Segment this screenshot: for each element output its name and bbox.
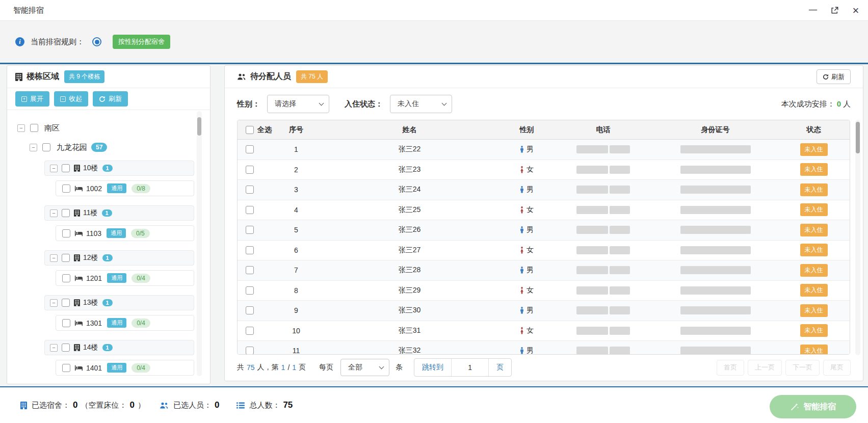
tree-floor[interactable]: − 12楼 1 <box>44 250 194 266</box>
table-row[interactable]: 5 张三26 男 未入住 <box>238 220 850 241</box>
table-row[interactable]: 6 张三27 女 未入住 <box>238 241 850 261</box>
table-scrollbar[interactable] <box>856 122 860 153</box>
gender-icon <box>520 146 524 153</box>
table-row[interactable]: 11 张三32 男 未入住 <box>238 341 850 355</box>
phone-redacted <box>610 266 630 274</box>
floor-checkbox[interactable] <box>62 254 70 262</box>
row-index: 3 <box>273 186 319 194</box>
phone-redacted <box>576 166 608 174</box>
table-row[interactable]: 3 张三24 男 未入住 <box>238 180 850 200</box>
status-filter-select[interactable]: 未入住 <box>390 95 452 113</box>
tree-floor-group: − 11楼 1 1103 通用 0/5 <box>44 205 210 241</box>
tree-floor[interactable]: − 11楼 1 <box>44 205 194 221</box>
gender-filter-select[interactable]: 请选择 <box>267 95 329 113</box>
room-checkbox[interactable] <box>62 184 70 193</box>
close-icon[interactable]: × <box>851 6 861 16</box>
next-page-button[interactable]: 下一页 <box>785 360 820 376</box>
row-gender-label: 男 <box>527 346 534 355</box>
floor-checkbox[interactable] <box>62 209 70 217</box>
room-checkbox[interactable] <box>62 364 70 372</box>
selected-dorm-count: 0 <box>70 400 81 410</box>
first-page-button[interactable]: 首页 <box>717 360 744 376</box>
floor-checkbox[interactable] <box>62 299 70 307</box>
row-checkbox[interactable] <box>246 266 254 274</box>
tree-community[interactable]: − 九龙花园 57 <box>30 142 210 153</box>
table-row[interactable]: 10 张三31 女 未入住 <box>238 321 850 341</box>
row-checkbox[interactable] <box>246 226 254 234</box>
select-all-checkbox[interactable] <box>246 126 254 134</box>
table-row[interactable]: 4 张三25 女 未入住 <box>238 200 850 221</box>
row-checkbox[interactable] <box>246 286 254 295</box>
collapse-toggle-icon[interactable]: − <box>50 165 58 172</box>
collapse-toggle-icon[interactable]: − <box>50 209 58 217</box>
smart-assign-button[interactable]: 智能排宿 <box>770 395 856 418</box>
phone-redacted <box>576 306 608 314</box>
row-checkbox[interactable] <box>246 145 254 153</box>
jump-page-input[interactable] <box>452 359 488 376</box>
collapse-toggle-icon[interactable]: − <box>17 124 25 132</box>
row-checkbox[interactable] <box>246 246 254 254</box>
tree-room[interactable]: 1201 通用 0/4 <box>56 270 194 286</box>
tree-floor[interactable]: − 13楼 1 <box>44 295 194 310</box>
collapse-toggle-icon[interactable]: − <box>30 144 37 151</box>
collapse-toggle-icon[interactable]: − <box>50 299 58 307</box>
table-row[interactable]: 9 张三30 男 未入住 <box>238 301 850 321</box>
status-badge: 未入住 <box>800 244 828 256</box>
table-row[interactable]: 1 张三22 男 未入住 <box>238 140 850 160</box>
floor-checkbox[interactable] <box>62 164 70 172</box>
room-checkbox[interactable] <box>62 229 70 237</box>
row-gender-label: 女 <box>527 246 534 255</box>
region-checkbox[interactable] <box>30 124 38 132</box>
last-page-button[interactable]: 尾页 <box>823 360 851 376</box>
table-row[interactable]: 8 张三29 女 未入住 <box>238 281 850 301</box>
floor-label: 11楼 <box>83 208 98 218</box>
jump-unit-button[interactable]: 页 <box>488 359 511 376</box>
row-checkbox[interactable] <box>246 306 254 314</box>
phone-redacted <box>576 327 608 335</box>
row-name: 张三24 <box>319 185 500 194</box>
total-count: 75 <box>244 363 257 372</box>
collapse-toggle-icon[interactable]: − <box>50 254 58 262</box>
tree-room[interactable]: 1401 通用 0/4 <box>56 360 194 376</box>
row-checkbox[interactable] <box>246 347 254 355</box>
total-pages: 1 <box>290 363 299 372</box>
table-row[interactable]: 7 张三28 男 未入住 <box>238 260 850 281</box>
status-badge: 未入住 <box>800 183 828 196</box>
collapse-all-button[interactable]: − 收起 <box>54 91 88 107</box>
tree-floor-group: − 14楼 1 1401 通用 0/4 <box>44 340 210 376</box>
row-checkbox[interactable] <box>246 166 254 174</box>
personnel-refresh-button[interactable]: 刷新 <box>817 69 851 84</box>
minus-icon: − <box>60 96 66 102</box>
row-idcard <box>653 166 778 174</box>
tree-floor[interactable]: − 10楼 1 <box>44 161 194 176</box>
maximize-icon[interactable] <box>829 6 839 16</box>
room-checkbox[interactable] <box>62 319 70 327</box>
tree-room[interactable]: 1002 通用 0/8 <box>56 180 194 196</box>
row-checkbox[interactable] <box>246 327 254 335</box>
tree-scrollbar[interactable] <box>197 117 201 136</box>
row-index: 7 <box>273 266 319 274</box>
status-filter-label: 入住状态： <box>345 99 383 109</box>
tree-region[interactable]: − 南区 <box>17 122 210 134</box>
tree-room[interactable]: 1301 通用 0/4 <box>56 315 194 331</box>
row-checkbox[interactable] <box>246 186 254 194</box>
rule-radio[interactable] <box>92 37 101 46</box>
collapse-toggle-icon[interactable]: − <box>50 344 58 352</box>
tree-floor[interactable]: − 14楼 1 <box>44 340 194 355</box>
jump-to-button[interactable]: 跳转到 <box>414 359 452 376</box>
per-page-select[interactable]: 全部 <box>340 359 389 376</box>
row-gender-label: 男 <box>527 266 534 275</box>
expand-all-button[interactable]: + 展开 <box>15 91 49 107</box>
phone-redacted <box>610 306 630 314</box>
floor-checkbox[interactable] <box>62 343 70 352</box>
row-phone <box>554 286 653 295</box>
community-checkbox[interactable] <box>42 143 50 151</box>
prev-page-button[interactable]: 上一页 <box>748 360 782 376</box>
table-row[interactable]: 2 张三23 女 未入住 <box>238 160 850 180</box>
row-checkbox[interactable] <box>246 206 254 214</box>
gender-icon <box>520 226 524 233</box>
tree-refresh-button[interactable]: 刷新 <box>93 91 128 107</box>
tree-room[interactable]: 1103 通用 0/5 <box>56 225 194 241</box>
room-checkbox[interactable] <box>62 274 70 282</box>
minimize-icon[interactable]: — <box>808 6 818 16</box>
